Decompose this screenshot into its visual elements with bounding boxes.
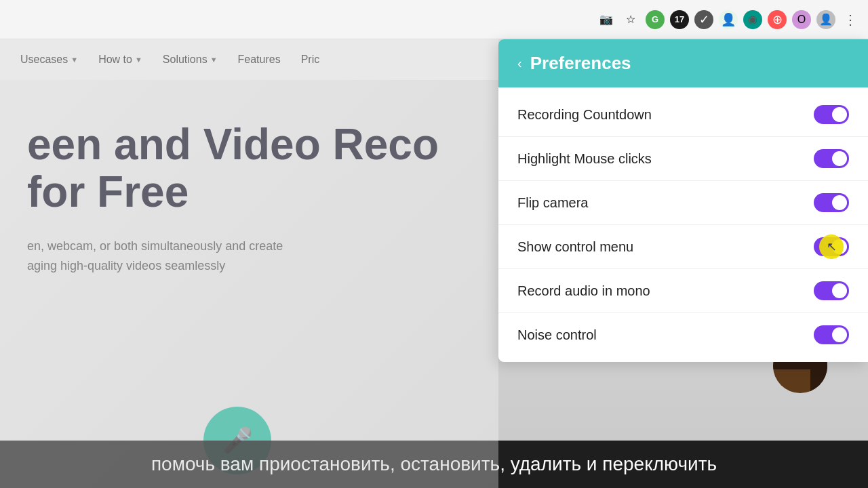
panel-overlay bbox=[0, 39, 498, 488]
toggle-recording-countdown[interactable] bbox=[814, 105, 849, 124]
preferences-title: Preferences bbox=[530, 53, 631, 74]
toggle-noise-control[interactable] bbox=[814, 325, 849, 344]
star-toolbar-icon[interactable]: ☆ bbox=[621, 10, 640, 29]
toggle-knob bbox=[832, 151, 847, 166]
preference-label-highlight-mouse: Highlight Mouse clicks bbox=[517, 151, 652, 167]
preference-noise-control: Noise control bbox=[498, 313, 868, 357]
preference-label-flip-camera: Flip camera bbox=[517, 195, 588, 211]
toggle-highlight-mouse[interactable] bbox=[814, 149, 849, 168]
toggle-knob bbox=[832, 195, 847, 210]
ext1-toolbar-icon[interactable]: 17 bbox=[670, 10, 689, 29]
toggle-show-control-menu[interactable]: ↖ bbox=[814, 237, 849, 256]
more-toolbar-icon[interactable]: ⋮ bbox=[841, 9, 860, 30]
ext3-toolbar-icon[interactable]: 👤 bbox=[719, 10, 738, 29]
ext5-toolbar-icon[interactable]: ⊕ bbox=[768, 10, 787, 29]
website-background: 📷 ☆ G 17 ✓ 👤 ◉ ⊕ O 👤 ⋮ Usecases ▼ How to… bbox=[0, 0, 868, 488]
grammarly-toolbar-icon[interactable]: G bbox=[646, 10, 665, 29]
ext2-toolbar-icon[interactable]: ✓ bbox=[694, 10, 713, 29]
toggle-knob bbox=[832, 283, 847, 298]
cursor-indicator: ↖ bbox=[819, 235, 844, 259]
toggle-record-audio-mono[interactable] bbox=[814, 281, 849, 300]
toggle-knob bbox=[832, 327, 847, 342]
toggle-show-control-menu-container: ↖ bbox=[814, 237, 849, 256]
ext6-toolbar-icon[interactable]: O bbox=[792, 10, 811, 29]
preferences-list: Recording Countdown Highlight Mouse clic… bbox=[498, 87, 868, 362]
preference-label-noise-control: Noise control bbox=[517, 327, 597, 343]
preferences-panel: ‹ Preferences Recording Countdown Highli… bbox=[498, 39, 868, 362]
preferences-header: ‹ Preferences bbox=[498, 39, 868, 87]
camera-toolbar-icon[interactable]: 📷 bbox=[597, 10, 616, 29]
preference-record-audio-mono: Record audio in mono bbox=[498, 269, 868, 313]
preference-show-control-menu: Show control menu ↖ bbox=[498, 225, 868, 269]
preference-flip-camera: Flip camera bbox=[498, 181, 868, 225]
avatar-toolbar-icon[interactable]: 👤 bbox=[816, 10, 835, 29]
browser-toolbar: 📷 ☆ G 17 ✓ 👤 ◉ ⊕ O 👤 ⋮ bbox=[597, 9, 860, 30]
back-button[interactable]: ‹ bbox=[517, 56, 522, 71]
toggle-knob bbox=[832, 107, 847, 122]
preference-label-record-audio-mono: Record audio in mono bbox=[517, 283, 650, 299]
preference-recording-countdown: Recording Countdown bbox=[498, 93, 868, 137]
browser-chrome: 📷 ☆ G 17 ✓ 👤 ◉ ⊕ O 👤 ⋮ bbox=[0, 0, 868, 39]
cursor-arrow-icon: ↖ bbox=[827, 239, 837, 254]
preference-label-recording-countdown: Recording Countdown bbox=[517, 107, 652, 123]
ext4-toolbar-icon[interactable]: ◉ bbox=[743, 10, 762, 29]
preference-label-show-control-menu: Show control menu bbox=[517, 239, 633, 255]
preference-highlight-mouse: Highlight Mouse clicks bbox=[498, 137, 868, 181]
toggle-flip-camera[interactable] bbox=[814, 193, 849, 212]
